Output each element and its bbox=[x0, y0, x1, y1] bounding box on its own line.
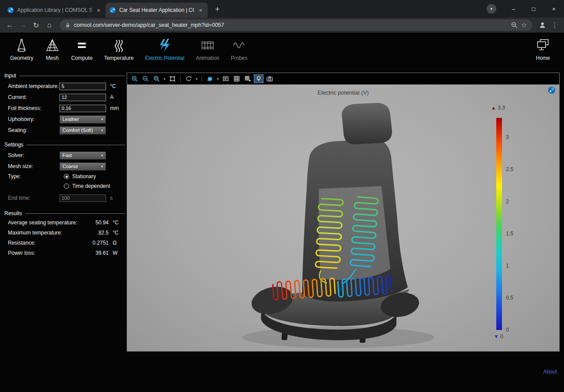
forward-button[interactable]: → bbox=[17, 19, 29, 31]
field-unit: °C bbox=[110, 83, 116, 89]
mesh-size-select[interactable]: Coarse ▾ bbox=[59, 162, 106, 171]
min-value: 0 bbox=[500, 333, 503, 340]
field-label: Type: bbox=[8, 173, 59, 189]
result-row-average-temperature: Average seating temperature: 50.94 °C bbox=[8, 220, 122, 226]
home-monitor-icon bbox=[535, 38, 550, 53]
show-legends-button[interactable] bbox=[221, 74, 231, 83]
new-tab-button[interactable]: + bbox=[211, 3, 223, 15]
tab-close-icon[interactable]: × bbox=[95, 7, 102, 14]
comsol-favicon bbox=[7, 7, 14, 14]
ambient-temperature-input[interactable] bbox=[59, 83, 106, 90]
ribbon-label: Mesh bbox=[46, 55, 59, 61]
ribbon-label: Temperature bbox=[104, 55, 133, 61]
result-value: 39.61 bbox=[95, 250, 109, 256]
type-radio-group: Stationary Time dependent bbox=[59, 173, 110, 189]
plot-canvas[interactable]: Electric potential (V) bbox=[127, 84, 559, 351]
plot-group-icon[interactable] bbox=[205, 74, 215, 83]
graphics-panel: ▾ ▾ ▾ Electric potential (V) bbox=[127, 73, 560, 352]
browser-menu-kebab-icon[interactable]: ⋮ bbox=[549, 19, 560, 31]
reload-button[interactable]: ↻ bbox=[30, 19, 42, 31]
ribbon-label: Animation bbox=[196, 55, 219, 61]
browser-tab-strip: Application Library | COMSOL Se × Car Se… bbox=[0, 0, 564, 18]
select-value: Comfort (Soft) bbox=[62, 128, 93, 133]
ribbon-home-button[interactable]: Home bbox=[530, 38, 556, 61]
legend-min-label: ▼ 0 bbox=[494, 333, 524, 340]
minimize-button[interactable]: – bbox=[503, 0, 524, 18]
zoom-box-dropdown-icon[interactable]: ▾ bbox=[163, 77, 166, 81]
result-unit: °C bbox=[113, 220, 122, 226]
radio-checked-icon[interactable] bbox=[64, 174, 69, 179]
upholstery-select[interactable]: Leather ▾ bbox=[59, 115, 106, 124]
zoom-indicator-icon[interactable] bbox=[511, 22, 518, 29]
chevron-down-icon: ▾ bbox=[101, 117, 103, 121]
car-seat-3d-model bbox=[127, 84, 559, 351]
foil-thickness-input[interactable] bbox=[59, 105, 106, 112]
field-label: Foil thickness: bbox=[8, 105, 59, 111]
section-rule bbox=[26, 145, 125, 145]
ribbon-temperature-button[interactable]: Temperature bbox=[98, 38, 139, 61]
temperature-waves-icon bbox=[111, 38, 126, 53]
section-title: Input bbox=[4, 73, 16, 79]
ribbon-electric-potential-button[interactable]: Electric Potential bbox=[139, 38, 190, 61]
section-title: Results bbox=[4, 210, 22, 216]
maximize-button[interactable]: □ bbox=[524, 0, 544, 18]
radio-unchecked-icon[interactable] bbox=[64, 183, 69, 189]
url-text[interactable]: comsol.com/server-demo/app/car_seat_heat… bbox=[74, 22, 507, 28]
tab-car-seat-heater[interactable]: Car Seat Heater Application | CO × bbox=[106, 3, 208, 18]
ribbon-mesh-button[interactable]: Mesh bbox=[39, 38, 66, 61]
plot-group-dropdown-icon[interactable]: ▾ bbox=[216, 77, 220, 81]
about-link[interactable]: About bbox=[543, 369, 557, 375]
add-image-button[interactable] bbox=[243, 74, 253, 83]
ribbon-label: Geometry bbox=[10, 55, 33, 61]
result-label: Maximum temperature: bbox=[8, 230, 99, 236]
ribbon-animation-button[interactable]: Animation bbox=[190, 38, 225, 61]
settings-section-header: Settings bbox=[4, 142, 125, 148]
zoom-out-button[interactable] bbox=[141, 74, 150, 83]
result-label: Resistance: bbox=[8, 240, 92, 246]
field-unit: A bbox=[110, 94, 114, 100]
seating-row: Seating: Comfort (Soft) ▾ bbox=[8, 126, 122, 135]
end-time-row: End time: s bbox=[8, 194, 122, 202]
result-row-resistance: Resistance: 0.2751 Ω bbox=[8, 240, 122, 246]
time-dependent-radio-option[interactable]: Time dependent bbox=[64, 183, 110, 189]
seating-select[interactable]: Comfort (Soft) ▾ bbox=[59, 126, 106, 135]
field-label: Mesh size: bbox=[8, 163, 59, 169]
snapshot-camera-button[interactable] bbox=[265, 74, 275, 83]
ribbon-geometry-button[interactable]: Geometry bbox=[4, 38, 39, 61]
close-button[interactable]: × bbox=[544, 0, 564, 18]
scene-light-button[interactable] bbox=[254, 74, 264, 83]
result-unit: °C bbox=[113, 230, 122, 236]
tab-close-icon[interactable]: × bbox=[197, 7, 204, 14]
back-button[interactable]: ← bbox=[4, 19, 16, 31]
legend-tick: 1.5 bbox=[506, 231, 513, 237]
results-section-header: Results bbox=[4, 210, 125, 216]
ribbon-compute-button[interactable]: Compute bbox=[66, 38, 99, 61]
rotate-view-dropdown-icon[interactable]: ▾ bbox=[195, 77, 198, 81]
ribbon-probes-button[interactable]: Probes bbox=[225, 38, 253, 61]
end-time-input bbox=[59, 194, 106, 202]
rotate-view-button[interactable] bbox=[184, 74, 194, 83]
legend-tick: 2 bbox=[506, 198, 509, 205]
current-input[interactable] bbox=[59, 94, 106, 101]
min-triangle-icon: ▼ bbox=[494, 333, 499, 340]
show-grid-button[interactable] bbox=[232, 74, 242, 83]
result-unit: Ω bbox=[113, 240, 122, 246]
result-label: Power loss: bbox=[8, 250, 95, 256]
field-label: End time: bbox=[8, 195, 59, 201]
profile-avatar-icon[interactable] bbox=[537, 19, 548, 31]
zoom-extents-button[interactable] bbox=[168, 74, 177, 83]
field-label: Upholstery: bbox=[8, 116, 59, 122]
select-value: Fast bbox=[62, 153, 72, 158]
select-value: Coarse bbox=[62, 164, 78, 169]
tab-search-button[interactable]: ▾ bbox=[487, 4, 496, 14]
legend-tick: 0.5 bbox=[506, 295, 513, 301]
zoom-box-button[interactable] bbox=[152, 74, 161, 83]
zoom-in-button[interactable] bbox=[130, 74, 139, 83]
solver-select[interactable]: Fast ▾ bbox=[59, 151, 106, 160]
home-button[interactable]: ⌂ bbox=[43, 19, 55, 31]
url-omnibox[interactable]: comsol.com/server-demo/app/car_seat_heat… bbox=[60, 19, 532, 31]
stationary-radio-option[interactable]: Stationary bbox=[64, 173, 110, 180]
tab-application-library[interactable]: Application Library | COMSOL Se × bbox=[4, 3, 106, 18]
ribbon-label: Home bbox=[536, 55, 550, 61]
bookmark-star-icon[interactable]: ☆ bbox=[521, 21, 527, 29]
